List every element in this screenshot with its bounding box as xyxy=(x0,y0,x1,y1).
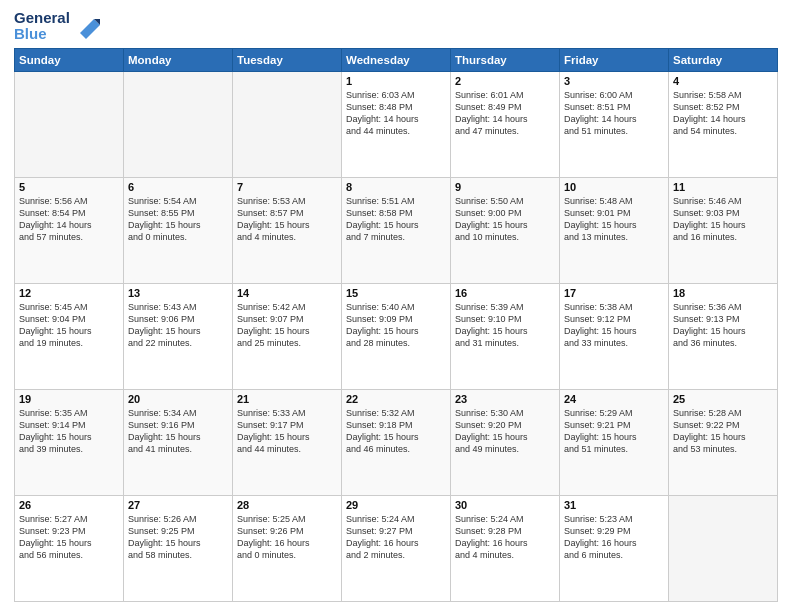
calendar-day-header: Thursday xyxy=(451,48,560,71)
cell-content: Sunrise: 5:27 AMSunset: 9:23 PMDaylight:… xyxy=(19,513,119,562)
calendar-cell: 24Sunrise: 5:29 AMSunset: 9:21 PMDayligh… xyxy=(560,389,669,495)
day-number: 11 xyxy=(673,181,773,193)
day-number: 2 xyxy=(455,75,555,87)
calendar-cell: 9Sunrise: 5:50 AMSunset: 9:00 PMDaylight… xyxy=(451,177,560,283)
calendar-cell: 25Sunrise: 5:28 AMSunset: 9:22 PMDayligh… xyxy=(669,389,778,495)
logo-general: General xyxy=(14,10,70,26)
day-number: 18 xyxy=(673,287,773,299)
cell-content: Sunrise: 5:38 AMSunset: 9:12 PMDaylight:… xyxy=(564,301,664,350)
cell-content: Sunrise: 5:48 AMSunset: 9:01 PMDaylight:… xyxy=(564,195,664,244)
calendar-cell: 23Sunrise: 5:30 AMSunset: 9:20 PMDayligh… xyxy=(451,389,560,495)
calendar-cell: 10Sunrise: 5:48 AMSunset: 9:01 PMDayligh… xyxy=(560,177,669,283)
calendar-cell: 1Sunrise: 6:03 AMSunset: 8:48 PMDaylight… xyxy=(342,71,451,177)
day-number: 22 xyxy=(346,393,446,405)
day-number: 27 xyxy=(128,499,228,511)
day-number: 20 xyxy=(128,393,228,405)
cell-content: Sunrise: 6:03 AMSunset: 8:48 PMDaylight:… xyxy=(346,89,446,138)
cell-content: Sunrise: 5:54 AMSunset: 8:55 PMDaylight:… xyxy=(128,195,228,244)
calendar-cell: 31Sunrise: 5:23 AMSunset: 9:29 PMDayligh… xyxy=(560,495,669,601)
day-number: 17 xyxy=(564,287,664,299)
cell-content: Sunrise: 5:40 AMSunset: 9:09 PMDaylight:… xyxy=(346,301,446,350)
calendar-cell xyxy=(124,71,233,177)
calendar-cell: 22Sunrise: 5:32 AMSunset: 9:18 PMDayligh… xyxy=(342,389,451,495)
cell-content: Sunrise: 5:33 AMSunset: 9:17 PMDaylight:… xyxy=(237,407,337,456)
calendar-day-header: Wednesday xyxy=(342,48,451,71)
cell-content: Sunrise: 5:56 AMSunset: 8:54 PMDaylight:… xyxy=(19,195,119,244)
cell-content: Sunrise: 5:28 AMSunset: 9:22 PMDaylight:… xyxy=(673,407,773,456)
cell-content: Sunrise: 5:39 AMSunset: 9:10 PMDaylight:… xyxy=(455,301,555,350)
day-number: 15 xyxy=(346,287,446,299)
day-number: 19 xyxy=(19,393,119,405)
day-number: 16 xyxy=(455,287,555,299)
day-number: 31 xyxy=(564,499,664,511)
calendar-cell: 27Sunrise: 5:26 AMSunset: 9:25 PMDayligh… xyxy=(124,495,233,601)
day-number: 25 xyxy=(673,393,773,405)
calendar-cell: 17Sunrise: 5:38 AMSunset: 9:12 PMDayligh… xyxy=(560,283,669,389)
day-number: 5 xyxy=(19,181,119,193)
calendar-cell: 3Sunrise: 6:00 AMSunset: 8:51 PMDaylight… xyxy=(560,71,669,177)
calendar-cell: 29Sunrise: 5:24 AMSunset: 9:27 PMDayligh… xyxy=(342,495,451,601)
calendar-cell: 30Sunrise: 5:24 AMSunset: 9:28 PMDayligh… xyxy=(451,495,560,601)
calendar-day-header: Sunday xyxy=(15,48,124,71)
calendar-week-row: 12Sunrise: 5:45 AMSunset: 9:04 PMDayligh… xyxy=(15,283,778,389)
cell-content: Sunrise: 5:32 AMSunset: 9:18 PMDaylight:… xyxy=(346,407,446,456)
calendar-day-header: Friday xyxy=(560,48,669,71)
day-number: 14 xyxy=(237,287,337,299)
calendar-cell: 19Sunrise: 5:35 AMSunset: 9:14 PMDayligh… xyxy=(15,389,124,495)
day-number: 3 xyxy=(564,75,664,87)
day-number: 8 xyxy=(346,181,446,193)
day-number: 30 xyxy=(455,499,555,511)
cell-content: Sunrise: 5:51 AMSunset: 8:58 PMDaylight:… xyxy=(346,195,446,244)
calendar-cell: 4Sunrise: 5:58 AMSunset: 8:52 PMDaylight… xyxy=(669,71,778,177)
cell-content: Sunrise: 5:53 AMSunset: 8:57 PMDaylight:… xyxy=(237,195,337,244)
header: General Blue xyxy=(14,10,778,42)
cell-content: Sunrise: 5:25 AMSunset: 9:26 PMDaylight:… xyxy=(237,513,337,562)
cell-content: Sunrise: 5:23 AMSunset: 9:29 PMDaylight:… xyxy=(564,513,664,562)
logo-blue: Blue xyxy=(14,26,70,42)
cell-content: Sunrise: 5:45 AMSunset: 9:04 PMDaylight:… xyxy=(19,301,119,350)
cell-content: Sunrise: 5:26 AMSunset: 9:25 PMDaylight:… xyxy=(128,513,228,562)
day-number: 4 xyxy=(673,75,773,87)
cell-content: Sunrise: 5:42 AMSunset: 9:07 PMDaylight:… xyxy=(237,301,337,350)
calendar-cell: 8Sunrise: 5:51 AMSunset: 8:58 PMDaylight… xyxy=(342,177,451,283)
cell-content: Sunrise: 5:29 AMSunset: 9:21 PMDaylight:… xyxy=(564,407,664,456)
day-number: 10 xyxy=(564,181,664,193)
calendar-week-row: 1Sunrise: 6:03 AMSunset: 8:48 PMDaylight… xyxy=(15,71,778,177)
cell-content: Sunrise: 5:50 AMSunset: 9:00 PMDaylight:… xyxy=(455,195,555,244)
day-number: 6 xyxy=(128,181,228,193)
calendar-cell: 28Sunrise: 5:25 AMSunset: 9:26 PMDayligh… xyxy=(233,495,342,601)
calendar-cell: 18Sunrise: 5:36 AMSunset: 9:13 PMDayligh… xyxy=(669,283,778,389)
calendar-day-header: Saturday xyxy=(669,48,778,71)
cell-content: Sunrise: 5:35 AMSunset: 9:14 PMDaylight:… xyxy=(19,407,119,456)
page: General Blue SundayMondayTuesdayWednesda… xyxy=(0,0,792,612)
cell-content: Sunrise: 5:36 AMSunset: 9:13 PMDaylight:… xyxy=(673,301,773,350)
calendar-cell: 7Sunrise: 5:53 AMSunset: 8:57 PMDaylight… xyxy=(233,177,342,283)
calendar-cell: 2Sunrise: 6:01 AMSunset: 8:49 PMDaylight… xyxy=(451,71,560,177)
calendar-table: SundayMondayTuesdayWednesdayThursdayFrid… xyxy=(14,48,778,603)
calendar-week-row: 26Sunrise: 5:27 AMSunset: 9:23 PMDayligh… xyxy=(15,495,778,601)
calendar-day-header: Monday xyxy=(124,48,233,71)
calendar-week-row: 19Sunrise: 5:35 AMSunset: 9:14 PMDayligh… xyxy=(15,389,778,495)
calendar-cell: 13Sunrise: 5:43 AMSunset: 9:06 PMDayligh… xyxy=(124,283,233,389)
calendar-cell: 14Sunrise: 5:42 AMSunset: 9:07 PMDayligh… xyxy=(233,283,342,389)
calendar-header-row: SundayMondayTuesdayWednesdayThursdayFrid… xyxy=(15,48,778,71)
calendar-cell: 6Sunrise: 5:54 AMSunset: 8:55 PMDaylight… xyxy=(124,177,233,283)
cell-content: Sunrise: 6:00 AMSunset: 8:51 PMDaylight:… xyxy=(564,89,664,138)
calendar-cell xyxy=(669,495,778,601)
calendar-cell xyxy=(233,71,342,177)
day-number: 12 xyxy=(19,287,119,299)
calendar-cell: 5Sunrise: 5:56 AMSunset: 8:54 PMDaylight… xyxy=(15,177,124,283)
calendar-cell: 11Sunrise: 5:46 AMSunset: 9:03 PMDayligh… xyxy=(669,177,778,283)
day-number: 28 xyxy=(237,499,337,511)
calendar-cell: 12Sunrise: 5:45 AMSunset: 9:04 PMDayligh… xyxy=(15,283,124,389)
day-number: 21 xyxy=(237,393,337,405)
calendar-cell: 26Sunrise: 5:27 AMSunset: 9:23 PMDayligh… xyxy=(15,495,124,601)
calendar-cell: 21Sunrise: 5:33 AMSunset: 9:17 PMDayligh… xyxy=(233,389,342,495)
calendar-cell: 20Sunrise: 5:34 AMSunset: 9:16 PMDayligh… xyxy=(124,389,233,495)
day-number: 29 xyxy=(346,499,446,511)
calendar-day-header: Tuesday xyxy=(233,48,342,71)
day-number: 23 xyxy=(455,393,555,405)
day-number: 7 xyxy=(237,181,337,193)
calendar-cell xyxy=(15,71,124,177)
day-number: 24 xyxy=(564,393,664,405)
